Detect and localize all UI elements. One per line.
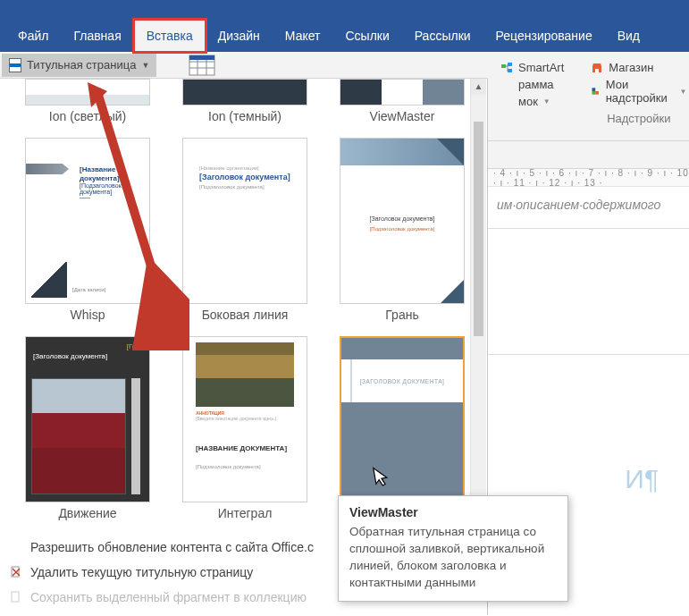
cover-page-icon	[9, 58, 21, 72]
tab-design[interactable]: Дизайн	[206, 20, 273, 52]
chevron-down-icon: ▼	[543, 97, 550, 105]
tooltip: ViewMaster Обратная титульная страница с…	[338, 495, 568, 602]
tab-file[interactable]: Файл	[5, 20, 61, 52]
addins-button[interactable]: Мои надстройки▼	[591, 78, 686, 105]
tab-view[interactable]: Вид	[605, 20, 652, 52]
gallery-item-sideline[interactable]: [Название организации] [Заголовок докуме…	[182, 138, 307, 331]
gallery-item-integral[interactable]: АННОТАЦИЯ [Введите аннотацию документа з…	[182, 336, 307, 529]
tab-layout[interactable]: Макет	[273, 20, 333, 52]
tab-insert[interactable]: Вставка	[134, 20, 206, 52]
svg-rect-10	[592, 88, 596, 91]
document-text: им·описанием·содержимого	[488, 187, 689, 212]
svg-rect-7	[508, 63, 512, 66]
svg-rect-9	[595, 69, 599, 72]
svg-rect-12	[592, 91, 596, 95]
store-icon	[591, 62, 603, 74]
svg-rect-5	[189, 55, 214, 60]
svg-rect-11	[595, 91, 599, 95]
gallery-item-facet[interactable]: [Заголовок документа] [Подзаголовок доку…	[340, 138, 465, 331]
gallery-item-ion-light[interactable]: Ion (светлый)	[25, 79, 150, 132]
ribbon-right: SmartArt рамма мок▼ Магазин Мои надстрой…	[488, 52, 689, 141]
gallery-item-viewmaster[interactable]: ViewMaster	[340, 79, 465, 132]
scroll-up[interactable]: ▲	[471, 79, 486, 95]
chevron-down-icon: ▼	[141, 61, 149, 70]
scroll-handle[interactable]	[474, 122, 483, 336]
gallery-scrollbar[interactable]: ▲ ▼	[470, 79, 486, 544]
tab-home[interactable]: Главная	[61, 20, 133, 52]
chart-button[interactable]: рамма	[500, 78, 564, 91]
smartart-icon	[500, 62, 513, 74]
remove-icon	[9, 565, 23, 579]
svg-rect-6	[501, 64, 506, 68]
smartart-button[interactable]: SmartArt	[500, 61, 564, 74]
ribbon-tabs: Файл Главная Вставка Дизайн Макет Ссылки…	[0, 0, 689, 52]
pilcrow-icon: И¶	[625, 464, 659, 494]
ruler: · 4 · ı · 5 · ı · 6 · ı · 7 · ı · 8 · ı …	[488, 169, 689, 187]
screenshot-button[interactable]: мок▼	[500, 95, 564, 108]
svg-rect-14	[12, 592, 19, 602]
tooltip-body: Обратная титульная страница со сплошной …	[349, 524, 557, 592]
chevron-down-icon: ▼	[679, 88, 686, 96]
group-label: Надстройки	[591, 112, 686, 125]
cover-page-label: Титульная страница	[27, 58, 136, 72]
table-icon[interactable]	[189, 55, 215, 76]
tab-references[interactable]: Ссылки	[332, 20, 401, 52]
gallery-item-ion-dark[interactable]: Ion (темный)	[182, 79, 307, 132]
tab-mailings[interactable]: Рассылки	[402, 20, 483, 52]
svg-rect-8	[508, 69, 512, 72]
addins-icon	[591, 85, 600, 97]
cover-page-button[interactable]: Титульная страница ▼	[2, 54, 156, 77]
save-icon	[9, 590, 23, 604]
gallery-item-motion[interactable]: [Год] [Заголовок документа] Движение	[25, 336, 150, 529]
tooltip-title: ViewMaster	[349, 505, 557, 519]
store-button[interactable]: Магазин	[591, 61, 686, 74]
tab-review[interactable]: Рецензирование	[483, 20, 605, 52]
gallery-item-whisp[interactable]: [Название документа] [Подзаголовок докум…	[25, 138, 150, 331]
